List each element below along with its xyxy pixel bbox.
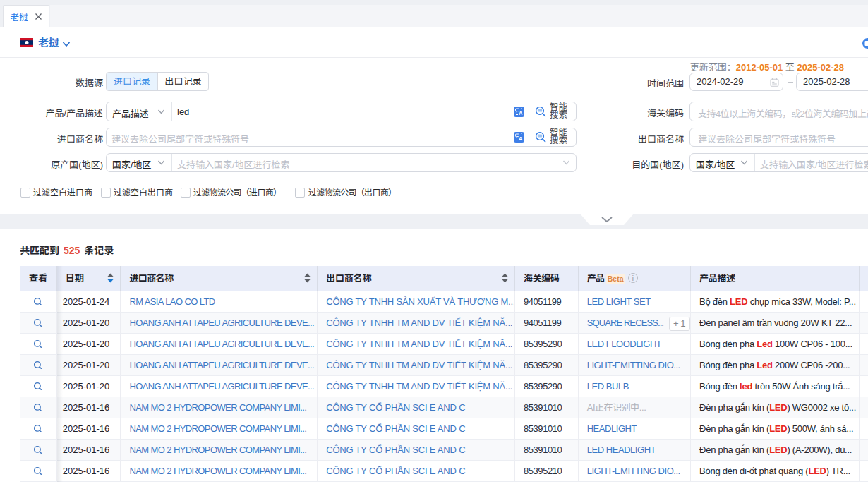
svg-text:A: A [519,110,523,116]
svg-text:A: A [519,135,523,142]
